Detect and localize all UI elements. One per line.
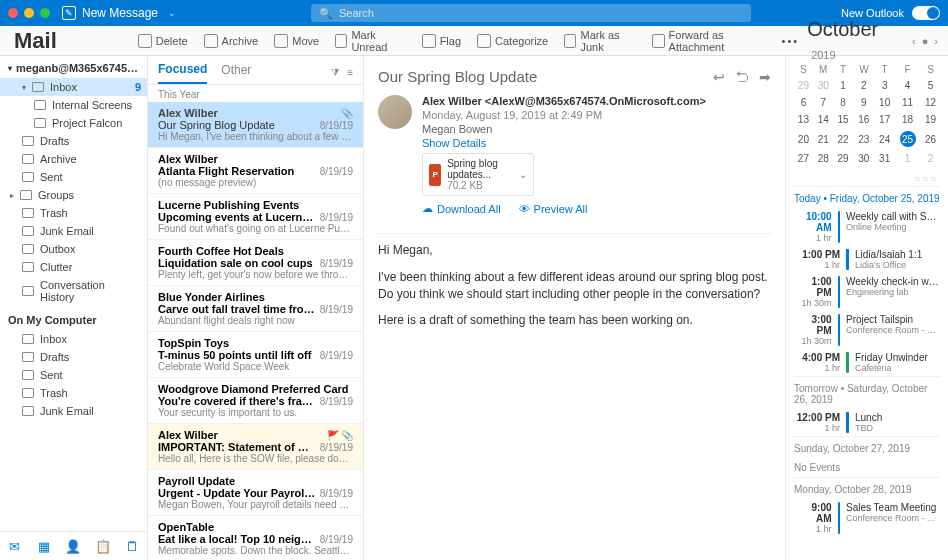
message-item[interactable]: Alex Wilber Atlanta Flight Reservation8/…: [148, 148, 363, 194]
tab-focused[interactable]: Focused: [158, 62, 207, 84]
mail-module-button[interactable]: ✉: [7, 538, 23, 554]
account-header[interactable]: ▾meganb@M365x674574.on...: [0, 56, 147, 78]
calendar-day[interactable]: 8: [834, 94, 853, 111]
calendar-day[interactable]: 1: [834, 77, 853, 94]
calendar-day[interactable]: 18: [894, 111, 921, 128]
calendar-day[interactable]: 24: [875, 128, 894, 150]
search-input[interactable]: 🔍 Search: [311, 4, 751, 22]
message-item[interactable]: Blue Yonder Airlines Carve out fall trav…: [148, 286, 363, 332]
calendar-day[interactable]: 27: [794, 150, 813, 167]
calendar-day[interactable]: 22: [834, 128, 853, 150]
calendar-day[interactable]: 3: [875, 77, 894, 94]
message-item[interactable]: TopSpin Toys T-minus 50 points until lif…: [148, 332, 363, 378]
message-item[interactable]: Lucerne Publishing Events Upcoming event…: [148, 194, 363, 240]
new-outlook-toggle[interactable]: [912, 6, 940, 20]
calendar-day[interactable]: 20: [794, 128, 813, 150]
folder-outbox[interactable]: Outbox: [0, 240, 147, 258]
minimize-window[interactable]: [24, 8, 34, 18]
flag-button[interactable]: Flag: [414, 26, 469, 55]
zoom-window[interactable]: [40, 8, 50, 18]
calendar-day[interactable]: 31: [875, 150, 894, 167]
agenda-event[interactable]: 4:00 PM1 hr Friday UnwinderCafeteria: [794, 349, 940, 376]
agenda-event[interactable]: 12:00 PM1 hr LunchTBD: [794, 409, 940, 436]
folder-archive[interactable]: Archive: [0, 150, 147, 168]
calendar-day[interactable]: 6: [794, 94, 813, 111]
categorize-button[interactable]: Categorize: [469, 26, 556, 55]
folder-inbox[interactable]: ▾Inbox9: [0, 78, 147, 96]
mark-unread-button[interactable]: Mark Unread: [327, 26, 413, 55]
calendar-day[interactable]: 13: [794, 111, 813, 128]
calendar-day[interactable]: 2: [921, 150, 940, 167]
calendar-day[interactable]: 7: [813, 94, 834, 111]
notes-module-button[interactable]: 🗒: [124, 538, 140, 554]
agenda-event[interactable]: 10:00 AM1 hr Weekly call with Subsidiar.…: [794, 208, 940, 246]
mark-junk-button[interactable]: Mark as Junk: [556, 26, 644, 55]
move-button[interactable]: Move: [266, 26, 327, 55]
local-inbox[interactable]: Inbox: [0, 330, 147, 348]
message-item[interactable]: Alex Wilber🚩📎 IMPORTANT: Statement of Wo…: [148, 424, 363, 470]
next-month-button[interactable]: ›: [934, 35, 938, 47]
calendar-day[interactable]: 9: [853, 94, 876, 111]
folder-drafts[interactable]: Drafts: [0, 132, 147, 150]
calendar-day[interactable]: 2: [853, 77, 876, 94]
calendar-more-icon[interactable]: ○○○: [786, 171, 948, 186]
calendar-day[interactable]: 25: [894, 128, 921, 150]
calendar-day[interactable]: 21: [813, 128, 834, 150]
folder-history[interactable]: Conversation History: [0, 276, 147, 306]
message-item[interactable]: Alex Wilber📎 Our Spring Blog Update8/19/…: [148, 102, 363, 148]
calendar-day[interactable]: 15: [834, 111, 853, 128]
delete-button[interactable]: Delete: [130, 26, 196, 55]
new-message-button[interactable]: ✎ New Message ⌄: [62, 6, 176, 20]
calendar-day[interactable]: 28: [813, 150, 834, 167]
calendar-day[interactable]: 23: [853, 128, 876, 150]
calendar-module-button[interactable]: ▦: [36, 538, 52, 554]
local-trash[interactable]: Trash: [0, 384, 147, 402]
message-item[interactable]: Woodgrove Diamond Preferred Card You're …: [148, 378, 363, 424]
download-all-link[interactable]: ☁ Download All: [422, 202, 501, 215]
folder-groups[interactable]: ▸Groups: [0, 186, 147, 204]
folder-junk[interactable]: Junk Email: [0, 222, 147, 240]
calendar-day[interactable]: 16: [853, 111, 876, 128]
show-details-link[interactable]: Show Details: [422, 137, 706, 149]
message-item[interactable]: Payroll Update Urgent - Update Your Payr…: [148, 470, 363, 516]
chevron-down-icon[interactable]: ⌄: [168, 8, 176, 18]
tab-other[interactable]: Other: [221, 63, 251, 83]
calendar-day[interactable]: 11: [894, 94, 921, 111]
people-module-button[interactable]: 👤: [65, 538, 81, 554]
folder-trash[interactable]: Trash: [0, 204, 147, 222]
calendar-day[interactable]: 30: [813, 77, 834, 94]
calendar-day[interactable]: 4: [894, 77, 921, 94]
attachment[interactable]: P Spring blog updates... 70.2 KB ⌄: [422, 153, 534, 196]
local-sent[interactable]: Sent: [0, 366, 147, 384]
prev-month-button[interactable]: ‹: [912, 35, 916, 47]
filter-icon[interactable]: ⧩: [331, 67, 339, 79]
calendar-day[interactable]: 29: [794, 77, 813, 94]
calendar-day[interactable]: 1: [894, 150, 921, 167]
more-actions-button[interactable]: •••: [774, 26, 808, 55]
calendar-day[interactable]: 5: [921, 77, 940, 94]
agenda-event[interactable]: 9:00 AM1 hr Sales Team MeetingConference…: [794, 499, 940, 537]
reply-button[interactable]: ↩: [713, 69, 725, 85]
calendar-day[interactable]: 14: [813, 111, 834, 128]
calendar-day[interactable]: 19: [921, 111, 940, 128]
folder-clutter[interactable]: Clutter: [0, 258, 147, 276]
forward-button[interactable]: ➡: [759, 69, 771, 85]
agenda-event[interactable]: 1:00 PM1 hr Lidia/Isaiah 1:1Lidia's Offi…: [794, 246, 940, 273]
folder-internal-screens[interactable]: Internal Screens: [0, 96, 147, 114]
calendar-day[interactable]: 26: [921, 128, 940, 150]
agenda-event[interactable]: 3:00 PM1h 30m Project TailspinConference…: [794, 311, 940, 349]
preview-all-link[interactable]: 👁 Preview All: [519, 202, 588, 215]
close-window[interactable]: [8, 8, 18, 18]
message-item[interactable]: OpenTable Eat like a local! Top 10 neigh…: [148, 516, 363, 560]
folder-sent[interactable]: Sent: [0, 168, 147, 186]
calendar-day[interactable]: 10: [875, 94, 894, 111]
local-junk[interactable]: Junk Email: [0, 402, 147, 420]
archive-button[interactable]: Archive: [196, 26, 267, 55]
calendar-day[interactable]: 30: [853, 150, 876, 167]
calendar-day[interactable]: 17: [875, 111, 894, 128]
sort-icon[interactable]: ≡: [347, 67, 353, 79]
forward-attachment-button[interactable]: Forward as Attachment: [644, 26, 773, 55]
tasks-module-button[interactable]: 📋: [95, 538, 111, 554]
folder-project-falcon[interactable]: Project Falcon: [0, 114, 147, 132]
message-item[interactable]: Fourth Coffee Hot Deals Liquidation sale…: [148, 240, 363, 286]
